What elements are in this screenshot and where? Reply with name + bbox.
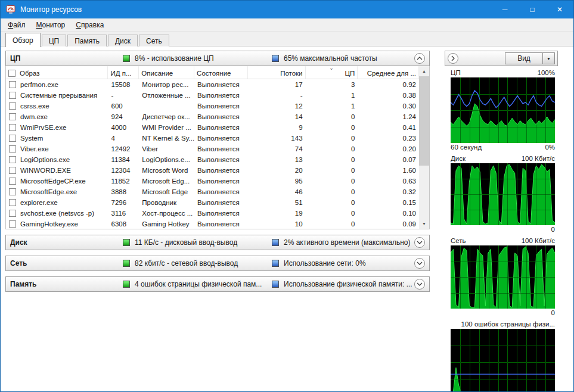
cell-c3: Выполняется xyxy=(194,188,248,195)
column-header-5[interactable]: ЦП⌄ xyxy=(306,66,358,79)
cell-c6: 0.09 xyxy=(358,220,419,228)
table-scrollbar[interactable]: ▲ ▼ xyxy=(419,66,429,229)
cell-c2: Хост-процесс ... xyxy=(139,210,194,217)
table-body: perfmon.exe15508Монитор рес...Выполняетс… xyxy=(6,79,419,229)
menu-item-file[interactable]: Файл xyxy=(2,18,31,31)
process-row[interactable]: MicrosoftEdge.exe3888Microsoft EdgeВыпол… xyxy=(6,186,419,197)
content-area: ЦП 8% - использование ЦП 65% максимально… xyxy=(1,46,573,391)
process-row[interactable]: MicrosoftEdgeCP.exe11852Microsoft Edg...… xyxy=(6,176,419,186)
cell-c2: Монитор рес... xyxy=(139,81,194,88)
maximize-button[interactable]: □ xyxy=(519,1,546,18)
scrollbar-thumb[interactable] xyxy=(419,76,429,166)
process-checkbox[interactable] xyxy=(9,145,16,153)
view-button[interactable]: Вид xyxy=(505,52,543,64)
cell-c3: Выполняется xyxy=(194,178,248,185)
cell-c5: 1 xyxy=(306,92,358,99)
cell-c4: 95 xyxy=(248,178,306,185)
disk-chart-min: 0 xyxy=(551,225,555,234)
cell-c5: 0 xyxy=(306,220,358,228)
process-row[interactable]: System4NT Kernel & Sy...Выполняется14300… xyxy=(6,133,419,144)
process-row[interactable]: explorer.exe7296ПроводникВыполняется5100… xyxy=(6,197,419,208)
process-row[interactable]: WmiPrvSE.exe4000WMI Provider ...Выполняе… xyxy=(6,122,419,133)
disk-chart-title: Диск xyxy=(451,154,466,163)
process-row[interactable]: LogiOptions.exe11384LogiOptions.e...Выпо… xyxy=(6,154,419,165)
disk-section-header[interactable]: Диск 11 КБ/с - дисковый ввод-вывод 2% ак… xyxy=(5,235,430,250)
disk-active-indicator: 2% активного времени (максимально) xyxy=(272,238,414,247)
minimize-button[interactable]: ─ xyxy=(491,1,519,18)
process-checkbox[interactable] xyxy=(9,199,16,206)
cell-c1: 11384 xyxy=(108,156,139,163)
process-table-grid: ОбразИД п...ОписаниеСостояниеПотокиЦП⌄Ср… xyxy=(6,66,419,229)
cell-c6: 1.24 xyxy=(358,113,419,120)
process-checkbox[interactable] xyxy=(9,135,16,142)
resource-monitor-app-icon xyxy=(6,5,15,14)
close-button[interactable]: ✕ xyxy=(546,1,573,18)
cell-c4: 10 xyxy=(248,220,306,228)
scroll-down-icon[interactable]: ▼ xyxy=(419,219,429,229)
cell-c1: 11852 xyxy=(108,178,139,185)
process-checkbox[interactable] xyxy=(9,92,16,99)
memory-faults-label: 4 ошибок страницы физической пам... xyxy=(135,280,262,288)
tab-disk[interactable]: Диск xyxy=(108,35,138,46)
cell-c5: 0 xyxy=(306,124,358,131)
cell-c4: 19 xyxy=(248,210,306,217)
process-row[interactable]: dwm.exe924Диспетчер ок...Выполняется1401… xyxy=(6,111,419,122)
process-row[interactable]: Viber.exe12492ViberВыполняется7400.20 xyxy=(6,144,419,154)
cell-c6: 0.15 xyxy=(358,199,419,206)
process-checkbox[interactable] xyxy=(9,210,16,217)
cell-c4: 143 xyxy=(248,135,306,142)
scroll-up-icon[interactable]: ▲ xyxy=(419,66,429,76)
column-header-3[interactable]: Состояние xyxy=(194,66,248,79)
select-all-checkbox[interactable] xyxy=(8,70,15,77)
process-checkbox[interactable] xyxy=(9,178,16,185)
network-section-title: Сеть xyxy=(9,259,123,267)
title-bar[interactable]: Монитор ресурсов ─ □ ✕ xyxy=(1,1,573,18)
process-checkbox[interactable] xyxy=(9,156,16,163)
disk-expand-button[interactable] xyxy=(414,237,425,248)
tab-overview[interactable]: Обзор xyxy=(5,33,41,47)
process-row[interactable]: perfmon.exe15508Монитор рес...Выполняетс… xyxy=(6,79,419,90)
cpu-collapse-button[interactable] xyxy=(414,53,425,64)
process-row[interactable]: WINWORD.EXE12304Microsoft WordВыполняетс… xyxy=(6,165,419,176)
process-checkbox[interactable] xyxy=(9,81,16,88)
process-row[interactable]: csrss.exe600Выполняется1210.30 xyxy=(6,101,419,111)
disk-io-label: 11 КБ/с - дисковый ввод-вывод xyxy=(135,238,237,247)
memory-usage-label: Использование физической памяти: ... xyxy=(284,280,412,288)
network-expand-button[interactable] xyxy=(414,258,425,269)
process-row[interactable]: svchost.exe (netsvcs -p)3116Хост-процесс… xyxy=(6,208,419,219)
cpu-usage-chart xyxy=(451,77,555,143)
process-row[interactable]: GamingHotkey.exe6308Gaming HotkeyВыполня… xyxy=(6,219,419,229)
cell-c5: 0 xyxy=(306,178,358,185)
tab-network[interactable]: Сеть xyxy=(139,35,169,46)
column-header-4[interactable]: Потоки xyxy=(248,66,306,79)
collapse-panel-button[interactable] xyxy=(448,53,458,64)
process-checkbox[interactable] xyxy=(9,102,16,110)
network-chart-min: 0 xyxy=(551,309,555,318)
cell-c5: 0 xyxy=(306,156,358,163)
green-gauge-icon xyxy=(123,281,130,288)
column-header-2[interactable]: Описание xyxy=(139,66,194,79)
memory-expand-button[interactable] xyxy=(414,279,425,290)
menu-item-help[interactable]: Справка xyxy=(70,18,109,31)
column-header-6[interactable]: Среднее для ... xyxy=(358,66,419,79)
network-section-header[interactable]: Сеть 82 кбит/с - сетевой ввод-вывод Испо… xyxy=(5,256,430,271)
column-header-0[interactable]: Образ xyxy=(6,66,108,79)
chevron-down-icon xyxy=(417,282,423,286)
process-row[interactable]: Системные прерывания-Отложенные ...Выпол… xyxy=(6,90,419,101)
process-checkbox[interactable] xyxy=(9,167,16,174)
cell-c3: Выполняется xyxy=(194,156,248,163)
tab-cpu[interactable]: ЦП xyxy=(42,35,67,46)
process-checkbox[interactable] xyxy=(9,220,16,228)
network-io-label: 82 кбит/с - сетевой ввод-вывод xyxy=(135,259,238,267)
process-checkbox[interactable] xyxy=(9,188,16,195)
menu-item-monitor[interactable]: Монитор xyxy=(31,18,71,31)
process-checkbox[interactable] xyxy=(9,124,16,131)
cpu-chart-window: 60 секунд xyxy=(451,143,482,152)
tab-memory[interactable]: Память xyxy=(67,35,107,46)
column-header-1[interactable]: ИД п... xyxy=(108,66,139,79)
cpu-section-header[interactable]: ЦП 8% - использование ЦП 65% максимально… xyxy=(5,51,430,66)
disk-active-label: 2% активного времени (максимально) xyxy=(284,238,411,247)
memory-section-header[interactable]: Память 4 ошибок страницы физической пам.… xyxy=(5,276,430,292)
view-dropdown-button[interactable]: ▼ xyxy=(543,52,555,64)
process-checkbox[interactable] xyxy=(9,113,16,120)
